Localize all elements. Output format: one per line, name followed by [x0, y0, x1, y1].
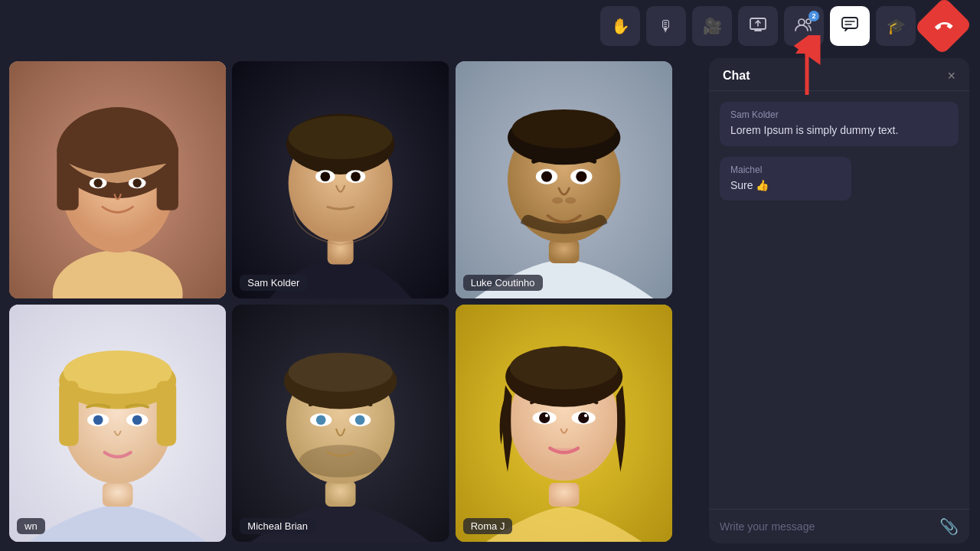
- svg-point-46: [93, 415, 103, 425]
- svg-point-56: [355, 415, 365, 425]
- apps-button[interactable]: 🎓: [876, 6, 916, 46]
- chat-button[interactable]: [830, 6, 870, 46]
- video-tile-2: Sam Kolder: [232, 61, 449, 298]
- svg-point-52: [289, 353, 393, 392]
- raise-hand-icon: ✋: [611, 17, 630, 35]
- toolbar: ✋ 🎙 🎥 2: [0, 0, 980, 52]
- message-sender-1: Sam Kolder: [730, 109, 948, 120]
- svg-rect-42: [59, 381, 78, 446]
- video-tile-3-label: Luke Coutinho: [463, 275, 543, 291]
- video-tile-6-label: Roma J: [463, 518, 513, 534]
- share-screen-button[interactable]: [738, 6, 778, 46]
- svg-point-25: [351, 171, 361, 181]
- message-text-2: Sure 👍: [730, 178, 841, 194]
- svg-rect-49: [325, 481, 356, 507]
- end-call-icon: [929, 11, 957, 40]
- message-bubble-1: Sam Kolder Lorem Ipsum is simply dummy t…: [720, 102, 959, 146]
- svg-point-57: [299, 445, 382, 477]
- svg-rect-3: [842, 18, 858, 28]
- paperclip-icon: 📎: [939, 518, 959, 535]
- chat-input[interactable]: [720, 520, 933, 533]
- svg-point-62: [509, 346, 618, 390]
- message-sender-2: Maichel: [730, 165, 841, 175]
- video-tile-4-label: wn: [17, 518, 45, 534]
- video-tile-4: wn: [9, 305, 226, 542]
- participants-badge: 2: [808, 11, 819, 21]
- microphone-icon: 🎙: [658, 18, 674, 35]
- svg-point-66: [578, 412, 589, 423]
- svg-point-67: [545, 414, 548, 417]
- svg-rect-43: [157, 381, 176, 446]
- svg-rect-59: [548, 483, 579, 507]
- svg-point-15: [93, 179, 102, 187]
- svg-point-55: [316, 415, 326, 425]
- video-tile-2-label: Sam Kolder: [240, 275, 307, 291]
- video-tile-3: Luke Coutinho: [456, 61, 672, 298]
- share-screen-icon: [750, 18, 766, 35]
- svg-rect-27: [548, 240, 579, 263]
- svg-point-24: [321, 171, 331, 181]
- video-tile-5: Micheal Brian: [232, 305, 449, 542]
- end-call-button[interactable]: [914, 0, 972, 55]
- svg-point-68: [584, 414, 587, 417]
- svg-rect-38: [103, 483, 133, 507]
- svg-point-21: [289, 116, 393, 159]
- chat-close-button[interactable]: ×: [947, 69, 956, 83]
- svg-point-1: [799, 19, 805, 25]
- chat-input-area: 📎: [709, 509, 969, 543]
- svg-point-30: [511, 109, 616, 148]
- svg-point-41: [64, 350, 172, 394]
- chat-header: Chat ×: [709, 58, 969, 91]
- message-text-1: Lorem Ipsum is simply dummy text.: [730, 123, 948, 139]
- participants-button[interactable]: 2: [784, 6, 824, 46]
- chat-icon: [841, 17, 858, 36]
- svg-point-35: [552, 197, 563, 204]
- message-bubble-2: Maichel Sure 👍: [720, 157, 851, 201]
- raise-hand-button[interactable]: ✋: [600, 6, 640, 46]
- chat-title: Chat: [723, 69, 750, 83]
- video-tile-6: Roma J: [456, 305, 672, 542]
- video-tile-1: [9, 61, 226, 298]
- svg-point-47: [132, 415, 142, 425]
- svg-point-65: [539, 412, 550, 423]
- video-grid: Sam Kolder: [0, 52, 681, 551]
- chat-panel: Chat × Sam Kolder Lorem Ipsum is simply …: [709, 58, 969, 543]
- apps-icon: 🎓: [887, 17, 906, 35]
- attach-file-button[interactable]: 📎: [939, 517, 959, 536]
- svg-point-34: [576, 171, 586, 182]
- video-tile-5-label: Micheal Brian: [240, 518, 315, 534]
- svg-point-16: [132, 179, 141, 187]
- microphone-button[interactable]: 🎙: [646, 6, 686, 46]
- svg-point-33: [541, 171, 552, 182]
- camera-icon: 🎥: [703, 17, 722, 35]
- camera-button[interactable]: 🎥: [692, 6, 732, 46]
- svg-point-36: [565, 197, 576, 204]
- chat-messages: Sam Kolder Lorem Ipsum is simply dummy t…: [709, 91, 969, 509]
